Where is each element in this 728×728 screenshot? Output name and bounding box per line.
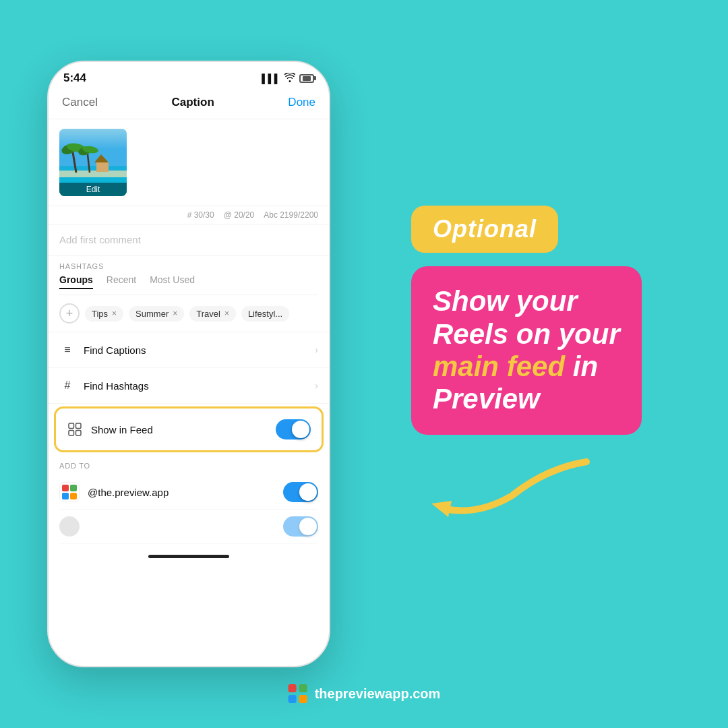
promo-highlight: main feed [433,351,565,382]
hashtag-chip-lifestyle[interactable]: Lifestyl... [241,306,289,322]
promo-line1: Show your [433,285,578,317]
hashtag-chips-row: + Tips × Summer × Travel × Lifestyl... [59,295,318,332]
svg-rect-13 [69,431,74,436]
svg-rect-12 [76,423,82,429]
status-bar: 5:44 ▌▌▌ [49,62,329,92]
remove-travel-button[interactable]: × [224,309,229,318]
signal-icon: ▌▌▌ [262,73,280,84]
find-captions-item[interactable]: ≡ Find Captions › [49,332,329,368]
svg-rect-18 [289,695,297,703]
svg-rect-16 [289,684,297,692]
wifi-icon [284,73,295,84]
footer-logo-icon [288,684,308,704]
caption-text-input[interactable] [135,129,318,196]
image-caption-area: Edit [49,119,329,206]
add-to-label: ADD TO [59,462,318,470]
optional-badge: Optional [411,206,558,253]
edit-overlay[interactable]: Edit [59,183,127,196]
remove-tips-button[interactable]: × [112,309,117,318]
char-counter: Abc 2199/2200 [264,210,318,220]
svg-rect-19 [299,695,307,703]
hashtags-label: HASHTAGS [59,262,318,270]
hashtag-tabs: Groups Recent Most Used [59,274,318,295]
first-comment-input[interactable]: Add first comment [49,224,329,255]
promo-line2: Reels on your [433,318,620,350]
remove-summer-button[interactable]: × [173,309,177,318]
hashtag-icon: # [59,377,75,394]
svg-rect-14 [76,431,82,436]
promo-bubble: Show your Reels on your main feed in Pre… [411,266,642,434]
show-in-feed-toggle[interactable] [276,419,311,439]
tab-most-used[interactable]: Most Used [150,274,195,289]
find-captions-label: Find Captions [84,344,307,356]
home-indicator [148,555,229,558]
done-button[interactable]: Done [288,96,315,109]
phone-time: 5:44 [63,71,86,85]
tab-recent[interactable]: Recent [107,274,136,289]
phone-mockup: 5:44 ▌▌▌ Cancel Caption [47,61,330,667]
add-hashtag-group-button[interactable]: + [59,303,80,324]
battery-icon [299,74,314,83]
arrow-svg [411,455,600,522]
preview-app-icon [59,482,80,502]
second-account-toggle[interactable] [283,516,318,537]
second-account-avatar [59,516,80,537]
preview-account-toggle[interactable] [283,482,318,502]
post-thumbnail[interactable]: Edit [59,129,127,196]
hashtags-section: HASHTAGS Groups Recent Most Used + Tips … [49,255,329,332]
toggle-knob [292,421,309,438]
hashtag-chip-tips[interactable]: Tips × [85,306,123,322]
hashtags-chevron-icon: › [315,380,318,391]
caption-title: Caption [172,96,214,109]
arrow-container [411,455,600,522]
toggle-knob-2 [299,483,317,501]
find-hashtags-label: Find Hashtags [84,380,307,392]
add-to-second-row[interactable] [59,510,318,544]
promo-text: Show your Reels on your main feed in Pre… [433,285,620,415]
menu-items: ≡ Find Captions › # Find Hashtags › [49,332,329,404]
cancel-button[interactable]: Cancel [62,96,98,109]
svg-marker-15 [431,501,452,517]
svg-rect-11 [69,423,74,429]
svg-rect-2 [59,171,127,177]
caption-header: Cancel Caption Done [49,92,329,119]
page-container: 5:44 ▌▌▌ Cancel Caption [0,0,728,728]
svg-rect-9 [96,162,109,172]
footer: thepreviewapp.com [288,684,441,704]
add-to-preview-row[interactable]: @the.preview.app [59,475,318,510]
tab-groups[interactable]: Groups [59,274,93,289]
captions-chevron-icon: › [315,344,318,355]
preview-account-label: @the.preview.app [88,487,275,498]
hashtag-chip-summer[interactable]: Summer × [129,306,184,322]
footer-website: thepreviewapp.com [315,686,441,702]
mention-counter: @ 20/20 [224,210,255,220]
counter-row: # 30/30 @ 20/20 Abc 2199/2200 [49,206,329,224]
hashtag-chip-travel[interactable]: Travel × [189,306,236,322]
grid-icon [67,421,83,437]
promo-line4: Preview [433,383,540,415]
captions-icon: ≡ [59,342,75,358]
home-indicator-area [49,544,329,564]
show-in-feed-label: Show in Feed [91,424,268,435]
svg-rect-17 [299,684,307,692]
find-hashtags-item[interactable]: # Find Hashtags › [49,368,329,404]
hashtag-counter: # 30/30 [187,210,214,220]
add-to-section: ADD TO @the.preview.app [49,455,329,544]
show-in-feed-row[interactable]: Show in Feed [54,406,324,452]
status-icons: ▌▌▌ [262,73,314,84]
right-panel: Optional Show your Reels on your main fe… [398,206,681,522]
promo-line3: in [573,351,598,382]
